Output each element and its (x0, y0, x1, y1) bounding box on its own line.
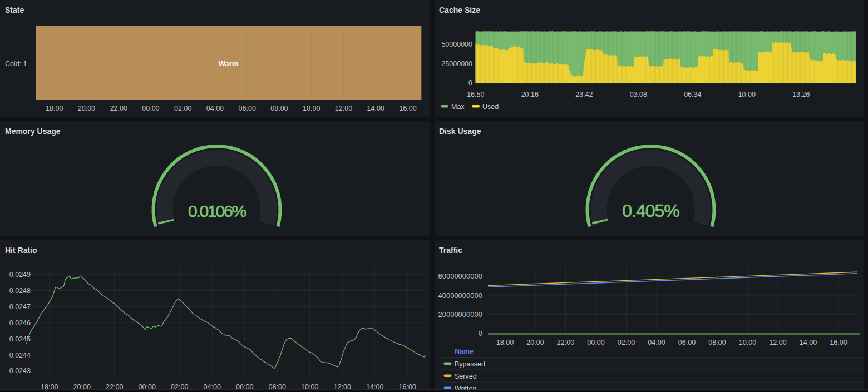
svg-text:0: 0 (468, 79, 472, 87)
svg-text:10:00: 10:00 (303, 105, 320, 112)
svg-text:0.0249: 0.0249 (9, 271, 31, 279)
svg-text:Bypassed: Bypassed (455, 360, 485, 368)
svg-text:13:26: 13:26 (792, 91, 810, 98)
svg-text:16:00: 16:00 (830, 339, 847, 346)
svg-text:20:16: 20:16 (521, 91, 539, 98)
svg-text:14:00: 14:00 (367, 105, 384, 112)
svg-text:0: 0 (479, 329, 482, 338)
svg-text:06:00: 06:00 (678, 339, 696, 346)
svg-text:08:00: 08:00 (270, 105, 288, 112)
svg-text:50000000: 50000000 (441, 41, 472, 48)
svg-text:18:00: 18:00 (46, 105, 63, 112)
svg-text:20:00: 20:00 (78, 105, 95, 112)
svg-text:03:08: 03:08 (630, 91, 647, 98)
svg-text:Warm: Warm (219, 59, 239, 68)
svg-text:Max: Max (451, 103, 465, 111)
svg-text:04:00: 04:00 (648, 339, 665, 346)
svg-text:Name: Name (455, 348, 474, 355)
svg-text:08:00: 08:00 (708, 339, 726, 346)
svg-text:Cold: 1: Cold: 1 (5, 60, 27, 68)
svg-text:0.405%: 0.405% (622, 201, 679, 221)
svg-text:16:00: 16:00 (399, 105, 416, 112)
svg-text:0.0248: 0.0248 (9, 287, 31, 295)
svg-text:22:00: 22:00 (557, 339, 574, 346)
svg-text:06:00: 06:00 (239, 105, 256, 112)
svg-text:Memory Usage: Memory Usage (5, 127, 61, 136)
svg-text:State: State (5, 6, 24, 14)
svg-text:0.0106%: 0.0106% (188, 202, 246, 220)
svg-text:0.0247: 0.0247 (9, 303, 31, 311)
svg-text:06:34: 06:34 (684, 91, 701, 98)
svg-text:Used: Used (482, 103, 499, 111)
svg-text:10:00: 10:00 (739, 339, 756, 346)
svg-text:0.0243: 0.0243 (9, 367, 31, 375)
svg-text:Hit Ratio: Hit Ratio (5, 246, 37, 255)
svg-text:12:00: 12:00 (335, 105, 352, 112)
svg-text:60000000000: 60000000000 (438, 272, 482, 280)
svg-text:18:00: 18:00 (496, 339, 514, 346)
svg-text:Cache Size: Cache Size (439, 6, 480, 14)
svg-text:40000000000: 40000000000 (438, 291, 482, 300)
svg-text:16:50: 16:50 (467, 91, 484, 98)
svg-text:20000000000: 20000000000 (438, 310, 482, 319)
svg-text:Disk Usage: Disk Usage (439, 127, 481, 136)
svg-text:10:00: 10:00 (738, 91, 756, 98)
svg-text:12:00: 12:00 (769, 339, 786, 346)
svg-text:0.0246: 0.0246 (9, 319, 31, 327)
svg-text:23:42: 23:42 (575, 91, 593, 98)
svg-text:Traffic: Traffic (439, 246, 462, 255)
svg-text:0.0244: 0.0244 (9, 351, 31, 359)
svg-text:02:00: 02:00 (618, 339, 635, 346)
svg-text:04:00: 04:00 (206, 105, 224, 112)
svg-text:Served: Served (455, 373, 477, 380)
svg-text:25000000: 25000000 (441, 60, 472, 68)
svg-text:14:00: 14:00 (800, 339, 817, 346)
svg-text:00:00: 00:00 (587, 339, 604, 346)
svg-text:00:00: 00:00 (142, 105, 159, 112)
svg-text:22:00: 22:00 (110, 105, 127, 112)
svg-text:20:00: 20:00 (526, 339, 544, 346)
svg-text:02:00: 02:00 (174, 105, 191, 112)
